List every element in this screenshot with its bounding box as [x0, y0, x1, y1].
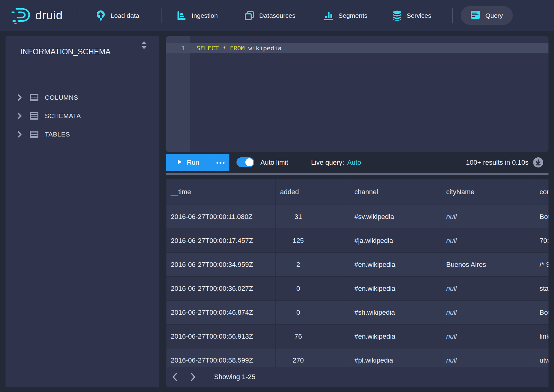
table-cell-channel[interactable]: #ja.wikipedia [350, 229, 442, 253]
chevron-left-icon[interactable] [169, 371, 181, 383]
sql-token-plain: wikipedia [245, 44, 282, 52]
table-row: 2016-06-27T00:00:46.874Z0#sh.wikipedianu… [166, 301, 549, 325]
table-cell-channel[interactable]: #sv.wikipedia [350, 205, 442, 229]
double-caret-vertical-icon[interactable] [140, 40, 148, 50]
sidebar-item-label: TABLES [45, 131, 70, 138]
table-cell-added[interactable]: 2 [276, 253, 350, 277]
nav-item-ingestion[interactable]: Ingestion [177, 0, 218, 31]
sidebar-item-label: SCHEMATA [45, 112, 81, 120]
brand-text: druid [35, 9, 63, 22]
sql-editor[interactable]: 1 SELECT * FROM wikipedia [166, 36, 548, 152]
table-icon [29, 130, 39, 138]
table-cell-__time[interactable]: 2016-06-27T00:00:36.027Z [166, 277, 276, 301]
table-cell-channel[interactable]: #en.wikipedia [350, 253, 442, 277]
table-cell-comment[interactable]: sta [535, 277, 549, 301]
ingestion-icon [177, 11, 187, 21]
chevron-right-icon[interactable] [17, 113, 24, 119]
table-cell-added[interactable]: 76 [276, 325, 350, 348]
table-cell-__time[interactable]: 2016-06-27T00:00:56.913Z [166, 325, 276, 348]
table-cell-channel[interactable]: #pl.wikipedia [350, 348, 442, 367]
table-cell-added[interactable]: 0 [276, 277, 350, 301]
table-row: 2016-06-27T00:00:11.080Z31#sv.wikipedian… [166, 205, 549, 229]
table-cell-channel[interactable]: #en.wikipedia [350, 277, 442, 301]
table-cell-cityName[interactable]: null [442, 277, 535, 301]
run-button[interactable]: Run [166, 154, 211, 171]
results-table-container: __timeaddedchannelcityNamecomment 2016-0… [166, 179, 548, 367]
table-cell-added[interactable]: 270 [276, 348, 350, 367]
sidebar-item-label: COLUMNS [45, 94, 78, 101]
table-row: 2016-06-27T00:00:36.027Z0#en.wikipedianu… [166, 277, 549, 301]
table-cell-__time[interactable]: 2016-06-27T00:00:17.457Z [166, 229, 276, 253]
sidebar-item-columns[interactable]: COLUMNS [6, 88, 159, 107]
column-header-added[interactable]: added [276, 179, 350, 205]
table-cell-cityName[interactable]: null [442, 325, 535, 348]
table-row: 2016-06-27T00:00:56.913Z76#en.wikipedian… [166, 325, 549, 348]
auto-limit-toggle[interactable] [236, 157, 254, 167]
column-header-cityName[interactable]: cityName [442, 179, 535, 205]
line-number: 1 [166, 43, 185, 53]
column-header-comment[interactable]: comment [535, 179, 549, 205]
chevron-right-icon[interactable] [17, 131, 24, 138]
nav-item-label: Services [407, 12, 431, 19]
table-cell-comment[interactable]: link [535, 325, 549, 348]
table-row: 2016-06-27T00:00:17.457Z125#ja.wikipedia… [166, 229, 549, 253]
showing-label: Showing 1-25 [214, 373, 256, 381]
pane-resize-handle[interactable] [166, 173, 548, 175]
table-cell-added[interactable]: 0 [276, 301, 350, 325]
nav-item-label: Datasources [259, 12, 295, 19]
nav-separator [78, 8, 78, 23]
table-cell-__time[interactable]: 2016-06-27T00:00:34.959Z [166, 253, 276, 277]
more-icon [217, 160, 224, 165]
download-icon[interactable] [533, 157, 543, 167]
table-cell-cityName[interactable]: null [442, 301, 535, 325]
nav-item-services[interactable]: Services [392, 0, 431, 31]
sql-token-keyword: SELECT [197, 44, 219, 52]
table-cell-comment[interactable]: utw [535, 348, 549, 367]
nav-item-datasources[interactable]: Datasources [244, 0, 295, 31]
chevron-right-icon[interactable] [17, 94, 24, 101]
table-cell-cityName[interactable]: null [442, 205, 535, 229]
nav-item-query[interactable]: Query [461, 6, 513, 25]
table-cell-comment[interactable]: 70: [535, 229, 549, 253]
nav-item-segments[interactable]: Segments [324, 0, 368, 31]
nav-item-label: Segments [338, 12, 368, 19]
play-icon [178, 159, 182, 167]
nav-separator [452, 8, 453, 23]
nav-item-load-data[interactable]: Load data [96, 0, 139, 31]
nav-item-label: Query [485, 12, 503, 19]
table-cell-channel[interactable]: #sh.wikipedia [350, 301, 442, 325]
sidebar-item-schemata[interactable]: SCHEMATA [6, 107, 159, 125]
nav-separator [162, 8, 162, 23]
run-more-button[interactable] [211, 154, 229, 171]
table-icon [29, 112, 39, 120]
table-cell-cityName[interactable]: Buenos Aires [442, 253, 535, 277]
sidebar-item-tables[interactable]: TABLES [6, 125, 159, 144]
services-icon [392, 10, 402, 21]
table-cell-cityName[interactable]: null [442, 348, 535, 367]
live-query-value[interactable]: Auto [347, 159, 361, 167]
sql-token-keyword: FROM [230, 44, 244, 52]
top-nav: druid Load data Ingestion Datasources Se… [0, 0, 554, 31]
table-cell-channel[interactable]: #en.wikipedia [350, 325, 442, 348]
column-header-channel[interactable]: channel [350, 179, 442, 205]
segments-icon [324, 11, 334, 21]
table-cell-__time[interactable]: 2016-06-27T00:00:11.080Z [166, 205, 276, 229]
table-cell-comment[interactable]: Bot [535, 301, 549, 325]
table-cell-cityName[interactable]: null [442, 229, 535, 253]
druid-logo-icon [11, 6, 31, 25]
table-cell-added[interactable]: 125 [276, 229, 350, 253]
chevron-right-icon[interactable] [187, 371, 199, 383]
column-header-__time[interactable]: __time [166, 179, 276, 205]
table-cell-comment[interactable]: Bot [535, 205, 549, 229]
table-cell-added[interactable]: 31 [276, 205, 350, 229]
table-cell-__time[interactable]: 2016-06-27T00:00:58.599Z [166, 348, 276, 367]
sql-code-line[interactable]: SELECT * FROM wikipedia [197, 43, 282, 53]
query-icon [470, 10, 480, 21]
nav-item-label: Load data [111, 12, 139, 19]
schema-sidebar: INFORMATION_SCHEMA COLUMNS SCHEMATA TABL… [6, 36, 159, 387]
table-cell-__time[interactable]: 2016-06-27T00:00:46.874Z [166, 301, 276, 325]
query-view: 1 SELECT * FROM wikipedia Run Auto limit [166, 36, 548, 387]
brand-logo[interactable]: druid [11, 0, 63, 31]
table-cell-comment[interactable]: /* S [535, 253, 549, 277]
table-row: 2016-06-27T00:00:58.599Z270#pl.wikipedia… [166, 348, 549, 367]
